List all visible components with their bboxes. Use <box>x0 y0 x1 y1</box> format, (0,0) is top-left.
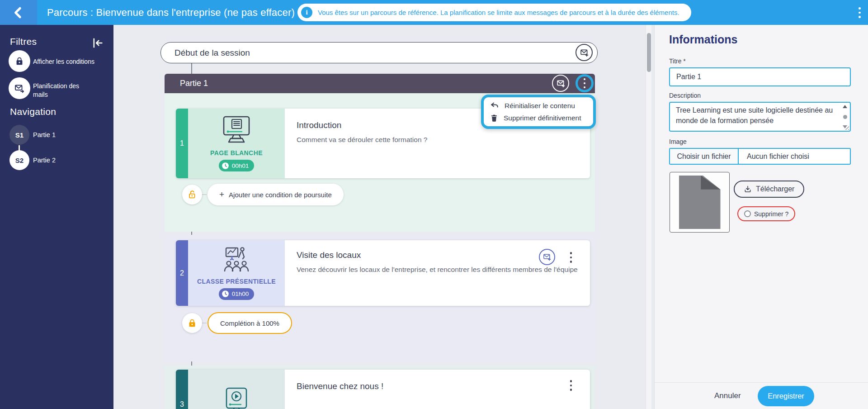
left-sidebar: Filtres Afficher les conditions Planific… <box>0 25 113 409</box>
trash-icon <box>490 114 498 122</box>
image-field-label: Image <box>669 138 687 145</box>
description-field-label: Description <box>669 92 701 99</box>
add-mail-item-button[interactable] <box>539 249 555 265</box>
condition-lock-circle[interactable] <box>182 313 202 333</box>
item-type-label: PAGE BLANCHE <box>210 149 263 157</box>
item-type-panel <box>188 370 285 409</box>
collapse-sidebar-icon[interactable] <box>91 37 104 49</box>
condition-lock-circle[interactable] <box>182 185 202 204</box>
lock-icon <box>14 56 24 66</box>
session-start-header: Début de la session <box>160 42 598 63</box>
mail-plus-icon <box>542 252 552 262</box>
info-icon: i <box>301 7 312 18</box>
radio-unchecked-icon[interactable] <box>744 210 751 217</box>
item-number-band: 2 <box>176 240 188 306</box>
show-conditions-toggle[interactable] <box>9 50 30 72</box>
add-condition-button[interactable]: + Ajouter une condition de poursuite <box>208 184 344 205</box>
file-status-text: Aucun fichier choisi <box>739 149 850 164</box>
clock-icon <box>222 290 229 298</box>
title-input[interactable] <box>669 67 851 86</box>
description-textarea-wrap: Tree Learning est une suite logicielle d… <box>669 102 851 132</box>
course-item-card-bienvenue[interactable]: 3 Bienvenue chez nous ! <box>176 370 590 409</box>
item-kebab-menu-button[interactable] <box>567 378 575 393</box>
delete-image-option[interactable]: Supprimer ? <box>737 206 795 221</box>
chevron-left-icon <box>13 6 24 19</box>
classroom-presentation-icon <box>219 247 254 275</box>
footer-divider <box>655 382 868 383</box>
mail-plus-icon <box>556 79 566 88</box>
scroll-thumb[interactable] <box>843 115 847 119</box>
file-placeholder-icon <box>679 176 721 229</box>
course-item-card-visite[interactable]: 2 CLASSE PRÉSENTIELLE 01h00 Visite des l… <box>176 240 590 306</box>
nav-badge-s1[interactable]: S1 <box>9 125 29 145</box>
nav-badge-s2[interactable]: S2 <box>9 150 29 170</box>
image-preview-box <box>670 172 730 233</box>
section-kebab-menu-button[interactable] <box>584 77 585 89</box>
mail-planning-toggle[interactable] <box>9 77 30 99</box>
video-monitor-icon <box>218 387 255 409</box>
scroll-up-icon[interactable] <box>843 105 847 108</box>
duration-badge: 01h00 <box>219 288 255 300</box>
textarea-scrollbar[interactable] <box>841 104 849 130</box>
add-mail-session-button[interactable] <box>576 44 593 61</box>
choose-file-button[interactable]: Choisir un fichier <box>670 149 739 164</box>
item-type-label: CLASSE PRÉSENTIELLE <box>197 278 276 285</box>
plus-icon: + <box>219 190 224 200</box>
item-type-panel: CLASSE PRÉSENTIELLE 01h00 <box>188 240 285 306</box>
download-button[interactable]: Télécharger <box>734 181 804 198</box>
blank-page-monitor-icon <box>218 115 255 146</box>
app-root: Parcours : Bienvenue dans l'entreprise (… <box>0 0 868 409</box>
cancel-button[interactable]: Annuler <box>711 390 745 402</box>
informations-panel: Informations Titre * Description Tree Le… <box>654 25 868 409</box>
canvas-scrollbar[interactable] <box>646 25 651 409</box>
reference-banner: i Vous êtes sur un parcours de référence… <box>297 4 691 21</box>
section-title: Partie 1 <box>180 79 208 88</box>
completion-condition-pill[interactable]: Complétion à 100% <box>208 312 292 334</box>
undo-icon <box>490 101 499 110</box>
course-canvas: Début de la session Partie 1 Réinit <box>113 25 654 409</box>
clock-icon <box>222 162 229 170</box>
save-button[interactable]: Enregistrer <box>758 386 814 406</box>
item-description: Venez découvrir les locaux de l'entrepri… <box>297 266 590 274</box>
title-field-label: Titre * <box>669 57 686 65</box>
navigation-heading: Navigation <box>10 106 56 117</box>
mail-send-icon <box>14 83 25 94</box>
description-textarea[interactable]: Tree Learning est une suite logicielle d… <box>670 103 850 131</box>
item-title: Bienvenue chez nous ! <box>297 381 590 391</box>
session-start-title: Début de la session <box>175 48 250 58</box>
image-file-input[interactable]: Choisir un fichier Aucun fichier choisi <box>669 148 851 165</box>
sidebar-item-mail-planning[interactable]: Planification des mails <box>33 82 87 99</box>
item-number: 3 <box>180 400 184 409</box>
panel-title: Informations <box>669 33 737 46</box>
item-kebab-menu-button[interactable] <box>567 250 575 265</box>
sidebar-item-partie-1[interactable]: Partie 1 <box>33 131 56 140</box>
item-number: 1 <box>180 139 184 147</box>
item-description: Comment va se dérouler cette formation ? <box>297 136 590 144</box>
section-context-menu: Réinitialiser le contenu Supprimer défin… <box>481 95 596 129</box>
banner-text: Vous êtes sur un parcours de référence. … <box>318 9 679 16</box>
scrollbar-thumb[interactable] <box>647 33 651 72</box>
download-icon <box>744 185 752 193</box>
highlight-ring-annotation <box>576 74 594 92</box>
top-header-bar: Parcours : Bienvenue dans l'entreprise (… <box>0 0 868 25</box>
page-title: Parcours : Bienvenue dans l'entreprise (… <box>47 0 295 25</box>
mail-plus-icon <box>580 48 589 57</box>
section-header-bar[interactable]: Partie 1 <box>165 74 595 93</box>
menu-item-delete-permanently[interactable]: Supprimer définitivement <box>490 114 593 122</box>
back-button[interactable] <box>0 0 37 25</box>
sidebar-item-partie-2[interactable]: Partie 2 <box>33 156 56 165</box>
duration-badge: 00h01 <box>219 160 255 171</box>
lock-open-icon <box>187 190 197 200</box>
item-number: 2 <box>180 269 184 277</box>
item-content: Bienvenue chez nous ! <box>285 370 590 409</box>
header-kebab-menu-button[interactable] <box>859 6 861 19</box>
item-type-panel: PAGE BLANCHE 00h01 <box>188 109 285 178</box>
lock-closed-icon <box>187 318 197 328</box>
sidebar-item-show-conditions[interactable]: Afficher les conditions <box>33 57 94 66</box>
filters-heading: Filtres <box>10 36 37 47</box>
item-number-band: 3 <box>176 370 188 409</box>
item-number-band: 1 <box>176 109 188 178</box>
menu-item-reset-content[interactable]: Réinitialiser le contenu <box>490 101 593 110</box>
add-mail-section-button[interactable] <box>552 75 569 92</box>
